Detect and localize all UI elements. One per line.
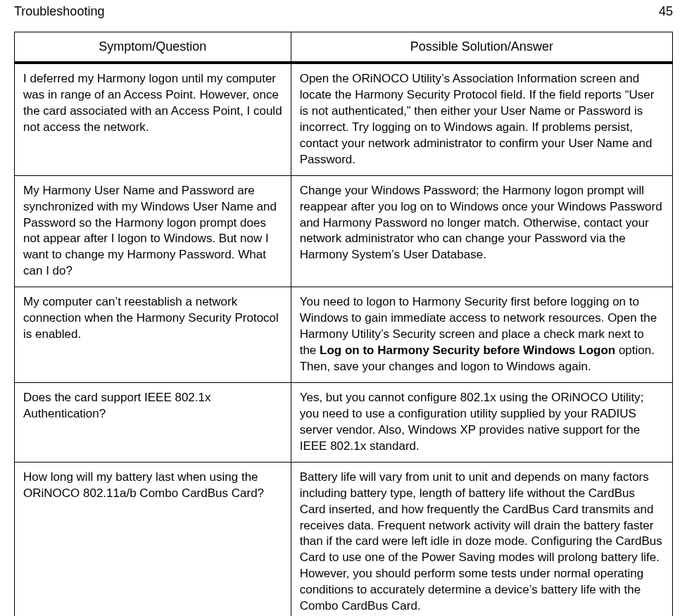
solution-cell: Battery life will vary from unit to unit…: [291, 462, 672, 616]
page-number: 45: [659, 4, 673, 19]
section-title: Troubleshooting: [14, 4, 104, 19]
table-row: How long will my battery last when using…: [15, 462, 673, 616]
solution-cell: Yes, but you cannot configure 802.1x usi…: [291, 382, 672, 462]
table-header-row: Symptom/Question Possible Solution/Answe…: [15, 32, 673, 63]
symptom-cell: My Harmony User Name and Password are sy…: [15, 175, 291, 287]
symptom-cell: I deferred my Harmony logon until my com…: [15, 63, 291, 175]
solution-cell: Open the ORiNOCO Utility’s Association I…: [291, 63, 672, 175]
page-header: Troubleshooting 45: [14, 0, 673, 32]
table-row: Does the card support IEEE 802.1x Authen…: [15, 382, 673, 462]
symptom-cell: How long will my battery last when using…: [15, 462, 291, 616]
solution-cell: You need to logon to Harmony Security fi…: [291, 287, 672, 383]
solution-text-bold: Log on to Harmony Security before Window…: [320, 344, 615, 357]
symptom-cell: Does the card support IEEE 802.1x Authen…: [15, 382, 291, 462]
table-row: My computer can’t reestablish a network …: [15, 287, 673, 383]
table-row: I deferred my Harmony logon until my com…: [15, 63, 673, 175]
symptom-cell: My computer can’t reestablish a network …: [15, 287, 291, 383]
solution-cell: Change your Windows Password; the Harmon…: [291, 175, 672, 287]
table-row: My Harmony User Name and Password are sy…: [15, 175, 673, 287]
col-header-solution: Possible Solution/Answer: [291, 32, 672, 63]
troubleshooting-table: Symptom/Question Possible Solution/Answe…: [14, 32, 673, 616]
col-header-symptom: Symptom/Question: [15, 32, 291, 63]
